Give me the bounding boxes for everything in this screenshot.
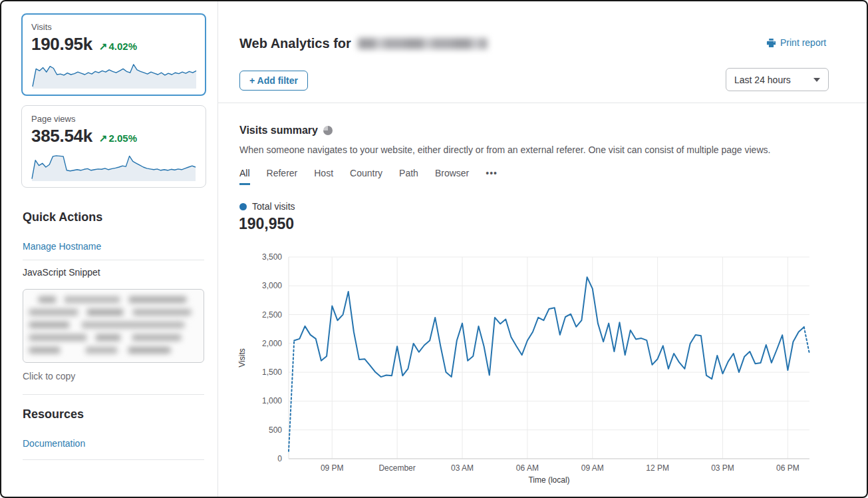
metric-delta: ↗4.02% [99, 41, 137, 53]
tabs-more-button[interactable]: ••• [486, 168, 498, 185]
manage-hostname-link[interactable]: Manage Hostname [23, 241, 101, 252]
svg-text:1,000: 1,000 [262, 396, 282, 405]
svg-text:0: 0 [277, 454, 282, 463]
chart-container: 05001,0001,5002,0002,5003,0003,50009 PMD… [235, 245, 817, 493]
help-icon[interactable] [323, 126, 333, 135]
sidebar-divider [217, 1, 218, 498]
svg-text:3,000: 3,000 [262, 281, 282, 290]
trend-up-icon: ↗ [99, 41, 108, 52]
printer-icon [766, 38, 776, 48]
header-divider [218, 103, 868, 103]
svg-text:3,500: 3,500 [262, 252, 282, 262]
visits-summary-title: Visits summary [239, 124, 333, 136]
javascript-snippet-codebox[interactable] [23, 289, 204, 363]
redacted-code-line [29, 322, 185, 328]
redacted-code-line [29, 334, 182, 341]
resources-heading: Resources [23, 407, 84, 421]
metric-card-value: 190.95k [31, 34, 92, 55]
page-views-sparkline [31, 151, 196, 182]
svg-text:06 PM: 06 PM [776, 463, 799, 473]
svg-text:06 AM: 06 AM [516, 463, 539, 473]
javascript-snippet-label: JavaScript Snippet [23, 267, 100, 278]
metric-delta: ↗2.05% [99, 132, 137, 144]
divider [23, 394, 204, 395]
svg-text:2,000: 2,000 [262, 339, 282, 348]
svg-text:2,500: 2,500 [262, 310, 282, 320]
metric-card-visits[interactable]: Visits 190.95k ↗4.02% [21, 13, 206, 96]
metric-card-title: Visits [31, 22, 196, 32]
total-visits-value: 190,950 [239, 215, 294, 233]
visits-summary-description: When someone navigates to your website, … [239, 144, 805, 155]
trend-up-icon: ↗ [99, 132, 108, 144]
time-range-value: Last 24 hours [734, 75, 791, 85]
tab-path[interactable]: Path [399, 168, 418, 185]
print-report-label: Print report [780, 37, 826, 48]
print-report-button[interactable]: Print report [766, 37, 826, 48]
web-analytics-page: Visits 190.95k ↗4.02% Page views 385.54k… [0, 0, 868, 498]
legend-dot-icon [239, 203, 247, 210]
add-filter-button[interactable]: + Add filter [239, 71, 308, 91]
click-to-copy-hint: Click to copy [23, 371, 75, 381]
dimension-tabs: All Referer Host Country Path Browser ••… [239, 168, 498, 185]
visits-sparkline [32, 59, 197, 89]
svg-text:03 PM: 03 PM [711, 463, 734, 473]
tab-country[interactable]: Country [350, 168, 382, 185]
svg-text:Visits: Visits [237, 348, 247, 367]
svg-text:500: 500 [269, 425, 282, 435]
svg-text:December: December [378, 463, 415, 473]
metric-card-title: Page views [31, 114, 196, 124]
redacted-domain [358, 38, 488, 49]
svg-text:03 AM: 03 AM [451, 463, 474, 473]
tab-all[interactable]: All [239, 168, 250, 185]
chart-legend: Total visits [239, 201, 295, 212]
tab-referer[interactable]: Referer [267, 168, 298, 185]
page-title: Web Analytics for [239, 36, 488, 51]
svg-text:Time (local): Time (local) [528, 475, 569, 485]
metric-card-page-views[interactable]: Page views 385.54k ↗2.05% [21, 105, 206, 188]
divider [23, 260, 204, 260]
chevron-down-icon [813, 78, 820, 82]
redacted-code-line [38, 296, 187, 303]
visits-line-chart: 05001,0001,5002,0002,5003,0003,50009 PMD… [235, 245, 817, 490]
svg-text:1,500: 1,500 [262, 368, 282, 377]
time-range-dropdown[interactable]: Last 24 hours [726, 68, 829, 91]
metric-card-value: 385.54k [31, 126, 92, 146]
redacted-code-line [29, 347, 171, 354]
tab-browser[interactable]: Browser [435, 168, 469, 185]
quick-actions-heading: Quick Actions [23, 210, 102, 224]
redacted-code-line [29, 309, 192, 316]
svg-text:12 PM: 12 PM [646, 463, 669, 473]
documentation-link[interactable]: Documentation [23, 438, 85, 449]
divider [23, 459, 204, 460]
svg-text:09 PM: 09 PM [321, 463, 344, 473]
legend-label: Total visits [252, 201, 295, 212]
svg-text:09 AM: 09 AM [581, 463, 604, 473]
tab-host[interactable]: Host [314, 168, 333, 185]
